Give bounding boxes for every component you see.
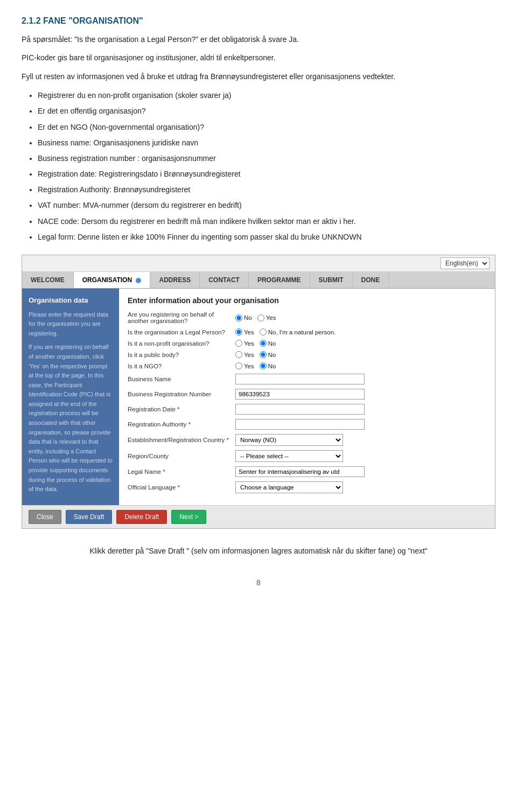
radio-public-no[interactable]: No: [260, 351, 276, 358]
bullet-item-5: Registration date: Registreringsdato i B…: [38, 167, 495, 181]
bullet-item-6: Registration Authority: Brønnøysundregis…: [38, 183, 495, 197]
input-reg-date[interactable]: [235, 404, 365, 415]
tab-organisation[interactable]: ORGANISATION: [74, 272, 151, 288]
label-reg-authority: Registration Authority *: [128, 421, 235, 428]
bullet-list: Registrerer du en non-profit organisatio…: [38, 89, 495, 244]
radio-behalf-no[interactable]: No: [235, 314, 252, 321]
radio-ngo-no[interactable]: No: [260, 362, 276, 369]
bullet-item-3: Business name: Organisasjonens juridiske…: [38, 136, 495, 150]
select-language[interactable]: Choose a language: [235, 481, 343, 493]
form-content: Enter information about your organisatio…: [119, 289, 495, 505]
label-country: Establishment/Registration Country *: [128, 437, 235, 443]
input-reg-number[interactable]: [235, 389, 365, 400]
form-row-public-body: Is it a public body? Yes No: [128, 351, 486, 358]
field-nonprofit: Yes No: [235, 340, 486, 347]
field-reg-authority: [235, 419, 486, 430]
form-row-nonprofit: Is it a non-profit organisation? Yes No: [128, 340, 486, 347]
form-row-country: Establishment/Registration Country * Nor…: [128, 434, 486, 446]
label-nonprofit: Is it a non-profit organisation?: [128, 340, 235, 347]
field-language: Choose a language: [235, 481, 486, 493]
sidebar-para-1: Please enter the required data for the o…: [29, 310, 113, 339]
bullet-item-7: VAT number: MVA-nummer (dersom du regist…: [38, 199, 495, 212]
bullet-item-9: Legal form: Denne listen er ikke 100% Fi…: [38, 230, 495, 244]
form-row-reg-date: Registration Date *: [128, 404, 486, 415]
select-country[interactable]: Norway (NO): [235, 434, 343, 446]
label-business-name: Business Name: [128, 376, 235, 382]
form-row-behalf: Are you registering on behalf of another…: [128, 311, 486, 324]
form-row-ngo: Is it a NGO? Yes No: [128, 362, 486, 369]
bullet-item-1: Er det en offentlig organisasjon?: [38, 104, 495, 118]
bullet-item-2: Er det en NGO (Non-governmental organisa…: [38, 121, 495, 134]
bullet-item-4: Business registration number : organisas…: [38, 152, 495, 165]
label-behalf: Are you registering on behalf of another…: [128, 311, 235, 324]
label-ngo: Is it a NGO?: [128, 363, 235, 369]
form-row-reg-number: Business Registration Number: [128, 389, 486, 400]
input-legal-name[interactable]: [235, 466, 365, 477]
form-screenshot-container: English(en) WELCOME ORGANISATION ADDRESS…: [22, 255, 495, 529]
label-legal-name: Legal Name *: [128, 468, 235, 475]
label-language: Official Language *: [128, 484, 235, 491]
page-number: 8: [22, 578, 495, 587]
select-region[interactable]: -- Please select --: [235, 450, 343, 462]
language-bar: English(en): [22, 255, 495, 272]
footer-section: Klikk deretter på "Save Draft " (selv om…: [22, 545, 495, 557]
field-public-body: Yes No: [235, 351, 486, 358]
field-reg-date: [235, 404, 486, 415]
input-business-name[interactable]: [235, 374, 365, 384]
tab-welcome[interactable]: WELCOME: [22, 272, 74, 288]
tab-programme[interactable]: PROGRAMME: [249, 272, 310, 288]
radio-behalf-yes[interactable]: Yes: [257, 314, 276, 321]
intro-para-3: Fyll ut resten av informasjonen ved å br…: [22, 71, 495, 82]
label-reg-date: Registration Date *: [128, 406, 235, 412]
section-heading: 2.1.2 FANE "ORGANISATION": [22, 16, 495, 26]
radio-nonprofit-yes[interactable]: Yes: [235, 340, 254, 347]
field-business-name: [235, 374, 486, 384]
delete-draft-button[interactable]: Delete Draft: [116, 510, 167, 524]
sidebar-para-2: If you are registering on behalf of anot…: [29, 342, 113, 494]
input-reg-authority[interactable]: [235, 419, 365, 430]
label-region: Region/County: [128, 453, 235, 459]
radio-legal-no[interactable]: No, I'm a natural person.: [260, 328, 336, 335]
intro-para-2: PIC-koder gis bare til organisasjoner og…: [22, 52, 495, 64]
tab-done[interactable]: DONE: [353, 272, 389, 288]
bullet-item-8: NACE code: Dersom du registrerer en bedr…: [38, 215, 495, 228]
next-button[interactable]: Next >: [171, 510, 206, 524]
form-sidebar: Organisation data Please enter the requi…: [22, 289, 119, 505]
radio-ngo-yes[interactable]: Yes: [235, 362, 254, 369]
form-row-legal-name: Legal Name *: [128, 466, 486, 477]
label-public-body: Is it a public body?: [128, 352, 235, 358]
radio-legal-yes[interactable]: Yes: [235, 328, 254, 335]
form-row-legal-person: Is the organisation a Legal Person? Yes …: [128, 328, 486, 335]
form-row-language: Official Language * Choose a language: [128, 481, 486, 493]
sidebar-title: Organisation data: [29, 295, 113, 306]
bullet-item-0: Registrerer du en non-profit organisatio…: [38, 89, 495, 102]
radio-public-yes[interactable]: Yes: [235, 351, 254, 358]
footer-text: Klikk deretter på "Save Draft " (selv om…: [22, 545, 495, 557]
form-row-region: Region/County -- Please select --: [128, 450, 486, 462]
form-body: Organisation data Please enter the requi…: [22, 289, 495, 505]
field-region: -- Please select --: [235, 450, 486, 462]
form-title: Enter information about your organisatio…: [128, 296, 486, 305]
label-legal-person: Is the organisation a Legal Person?: [128, 329, 235, 335]
field-country: Norway (NO): [235, 434, 486, 446]
tab-address[interactable]: ADDRESS: [150, 272, 200, 288]
form-row-business-name: Business Name: [128, 374, 486, 384]
field-ngo: Yes No: [235, 362, 486, 369]
field-legal-person: Yes No, I'm a natural person.: [235, 328, 486, 335]
language-selector[interactable]: English(en): [441, 257, 490, 269]
tab-dot-organisation: [136, 278, 141, 283]
close-button[interactable]: Close: [29, 510, 61, 524]
save-draft-button[interactable]: Save Draft: [66, 510, 113, 524]
field-legal-name: [235, 466, 486, 477]
tab-navigation: WELCOME ORGANISATION ADDRESS CONTACT PRO…: [22, 272, 495, 289]
field-reg-number: [235, 389, 486, 400]
tab-contact[interactable]: CONTACT: [200, 272, 249, 288]
form-actions: Close Save Draft Delete Draft Next >: [22, 505, 495, 528]
tab-submit[interactable]: SUBMIT: [310, 272, 353, 288]
intro-para-1: På spørsmålet: "Is the organisation a Le…: [22, 33, 495, 45]
label-reg-number: Business Registration Number: [128, 391, 235, 397]
field-behalf: No Yes: [235, 314, 486, 321]
radio-nonprofit-no[interactable]: No: [260, 340, 276, 347]
form-row-reg-authority: Registration Authority *: [128, 419, 486, 430]
